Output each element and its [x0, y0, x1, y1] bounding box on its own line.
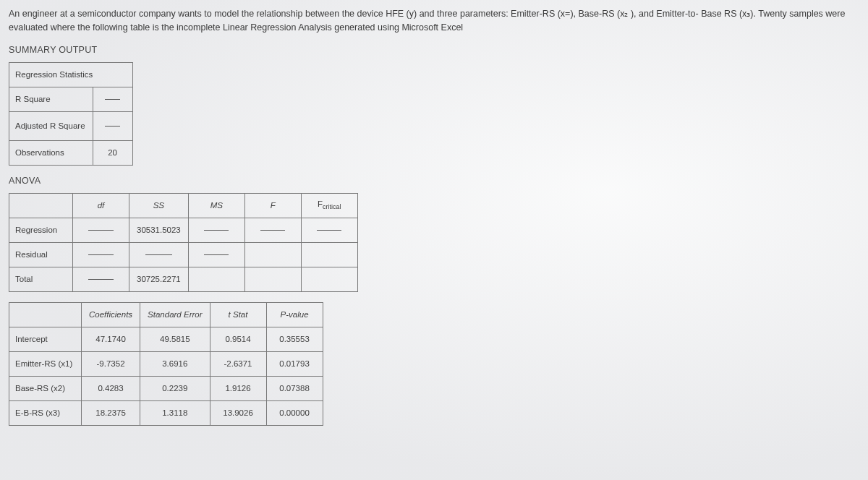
anova-header-f: F — [244, 193, 301, 218]
anova-table: df SS MS F Fcritical Regression 30531.50… — [9, 193, 358, 292]
anova-header-ss: SS — [129, 193, 189, 218]
anova-cell — [188, 242, 244, 267]
anova-cell — [188, 218, 244, 242]
coef-cell: -2.6371 — [210, 351, 266, 376]
anova-row-label: Residual — [9, 242, 73, 267]
coef-row-label: Base-RS (x2) — [9, 376, 82, 400]
summary-output-title: SUMMARY OUTPUT — [9, 45, 859, 55]
coef-row-label: Intercept — [9, 327, 82, 351]
coefficients-table: Coefficients Standard Error t Stat P-val… — [9, 302, 323, 426]
coef-cell: 0.2239 — [140, 376, 210, 400]
coef-header: t Stat — [210, 302, 266, 327]
stats-header: Regression Statistics — [9, 62, 133, 87]
anova-cell — [244, 242, 301, 267]
anova-cell — [301, 218, 357, 242]
stats-row-label: Observations — [9, 140, 93, 165]
anova-cell — [244, 218, 301, 242]
coef-cell: -9.7352 — [82, 351, 140, 376]
anova-header-df: df — [73, 193, 129, 218]
coef-row-label: Emitter-RS (x1) — [9, 351, 82, 376]
anova-header-ms: MS — [188, 193, 244, 218]
stats-row-value — [93, 111, 132, 140]
coef-cell: 0.00000 — [266, 400, 323, 425]
stats-row-value: 20 — [93, 140, 132, 165]
coef-cell: 1.9126 — [210, 376, 266, 400]
coef-cell: 0.35553 — [266, 327, 323, 351]
coef-cell: 47.1740 — [82, 327, 140, 351]
coef-header-blank — [9, 302, 82, 327]
coef-cell: 0.9514 — [210, 327, 266, 351]
problem-statement: An engineer at a semiconductor company w… — [9, 7, 855, 35]
anova-header-fcrit: Fcritical — [301, 193, 357, 218]
coef-cell: 3.6916 — [140, 351, 210, 376]
anova-row-label: Regression — [9, 218, 73, 242]
coef-cell: 0.4283 — [82, 376, 140, 400]
anova-title: ANOVA — [9, 176, 859, 186]
anova-cell — [244, 267, 301, 291]
anova-cell — [301, 267, 357, 291]
anova-header-blank — [9, 193, 73, 218]
anova-cell — [73, 267, 129, 291]
coef-header: Standard Error — [140, 302, 210, 327]
coef-header: Coefficients — [82, 302, 140, 327]
anova-cell — [73, 242, 129, 267]
anova-cell — [301, 242, 357, 267]
anova-cell: 30531.5023 — [129, 218, 189, 242]
anova-cell — [188, 267, 244, 291]
anova-cell — [129, 242, 189, 267]
coef-cell: 0.07388 — [266, 376, 323, 400]
coef-row-label: E-B-RS (x3) — [9, 400, 82, 425]
regression-statistics-table: Regression Statistics R Square Adjusted … — [9, 62, 133, 166]
coef-cell: 1.3118 — [140, 400, 210, 425]
coef-cell: 0.01793 — [266, 351, 323, 376]
coef-header: P-value — [266, 302, 323, 327]
stats-row-label: R Square — [9, 87, 93, 111]
anova-row-label: Total — [9, 267, 73, 291]
coef-cell: 49.5815 — [140, 327, 210, 351]
coef-cell: 13.9026 — [210, 400, 266, 425]
anova-cell: 30725.2271 — [129, 267, 189, 291]
anova-cell — [73, 218, 129, 242]
stats-row-value — [93, 87, 132, 111]
stats-row-label: Adjusted R Square — [9, 111, 93, 140]
coef-cell: 18.2375 — [82, 400, 140, 425]
